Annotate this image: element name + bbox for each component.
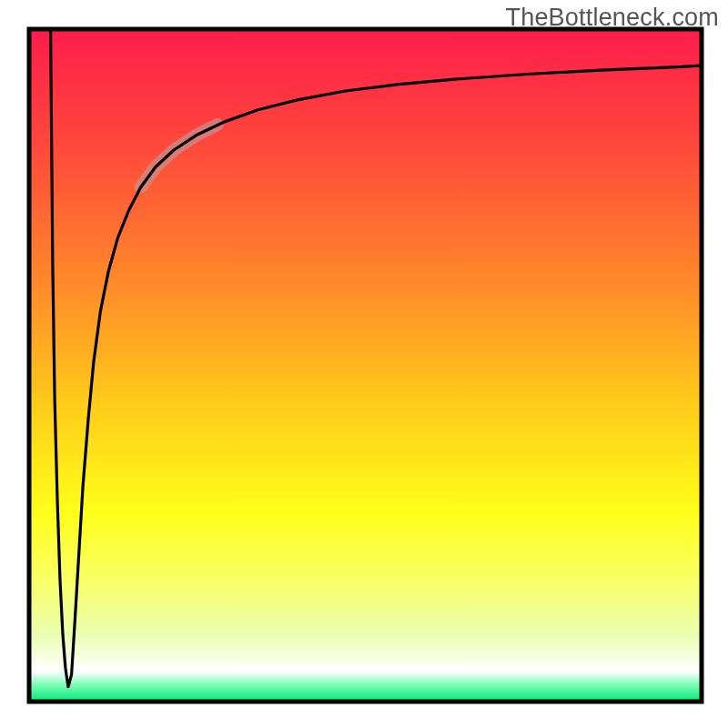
bottleneck-chart [0,0,728,728]
plot-background [29,29,702,702]
watermark-text: TheBottleneck.com [505,4,719,32]
chart-frame: TheBottleneck.com [0,0,728,728]
